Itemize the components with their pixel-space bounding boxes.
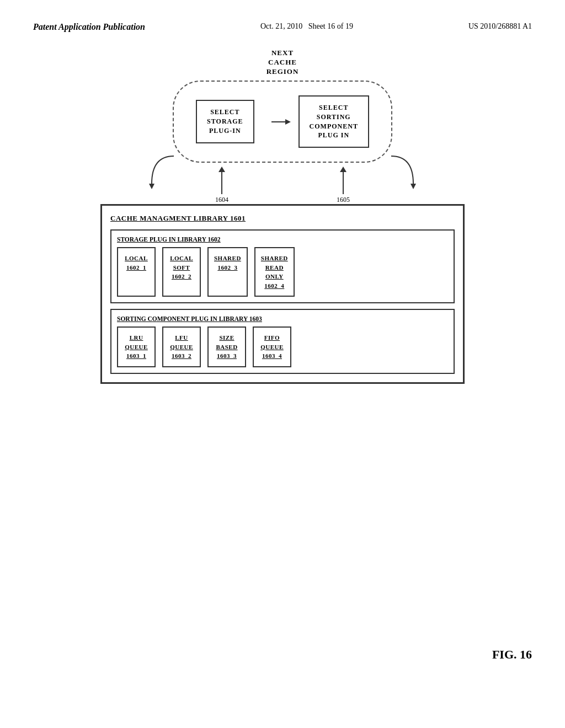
arrowhead-1605	[340, 167, 347, 172]
vline-1604	[221, 172, 222, 194]
patent-page: Patent Application Publication Oct. 21, …	[0, 0, 565, 728]
horiz-arrow-svg	[271, 116, 294, 127]
diagram-area: NEXTCACHEREGION SELECTSTORAGEPLUG-IN	[33, 49, 532, 384]
sorting-plugin-lru-1: LRUQUEUE1603_1	[117, 326, 156, 367]
arrowhead-1604	[218, 167, 225, 172]
main-library-label: CACHE MANAGMENT LIBRARY 1601	[110, 214, 455, 223]
main-library-box: CACHE MANAGMENT LIBRARY 1601 STORAGE PLU…	[100, 204, 465, 384]
page-header: Patent Application Publication Oct. 21, …	[33, 22, 532, 32]
sorting-plugin-lfu-2: LFUQUEUE1603_2	[162, 326, 201, 367]
vline-1605	[343, 172, 344, 194]
patent-number: US 2010/268881 A1	[468, 22, 532, 31]
sorting-plugin-fifo-4: FIFOQUEUE1603_4	[253, 326, 291, 367]
select-sorting-component-plugin-box: SELECTSORTINGCOMPONENTPLUG IN	[299, 95, 369, 148]
storage-plugin-shared-readonly-4: SHAREDREADONLY1602_4	[254, 247, 295, 297]
arrow-labels-row: 1604 1605	[100, 163, 465, 204]
storage-plugin-local-1: LOCAL1602_1	[117, 247, 156, 297]
header-date: Oct. 21, 2010	[260, 22, 302, 30]
label-1605: 1605	[337, 196, 350, 204]
storage-section-label: STORAGE PLUG IN LIBRARY 1602	[117, 236, 448, 243]
storage-plugin-section: STORAGE PLUG IN LIBRARY 1602 LOCAL1602_1…	[110, 229, 455, 303]
header-center: Oct. 21, 2010 Sheet 16 of 19	[260, 22, 353, 31]
arrow-1604: 1604	[215, 167, 228, 204]
storage-plugins-row: LOCAL1602_1 LOCALSOFT1602_2 SHARED1602_3…	[117, 247, 448, 297]
sorting-plugin-section: SORTING COMPONENT PLUG IN LIBRARY 1603 L…	[110, 309, 455, 374]
svg-marker-2	[285, 119, 291, 125]
arrow-1605: 1605	[337, 167, 350, 204]
sorting-plugin-size-3: SIZEBASED1603_3	[207, 326, 246, 367]
label-1604: 1604	[215, 196, 228, 204]
publication-title: Patent Application Publication	[33, 22, 145, 32]
sorting-section-label: SORTING COMPONENT PLUG IN LIBRARY 1603	[117, 315, 448, 322]
storage-plugin-local-soft-2: LOCALSOFT1602_2	[162, 247, 201, 297]
next-cache-region-label: NEXTCACHEREGION	[266, 49, 299, 77]
sorting-plugins-row: LRUQUEUE1603_1 LFUQUEUE1603_2 SIZEBASED1…	[117, 326, 448, 367]
select-storage-plugin-box: SELECTSTORAGEPLUG-IN	[196, 100, 254, 143]
next-cache-region-box: SELECTSTORAGEPLUG-IN SELECTSORTINGCOMPON…	[173, 81, 392, 163]
figure-label: FIG. 16	[492, 647, 532, 662]
library-sections: STORAGE PLUG IN LIBRARY 1602 LOCAL1602_1…	[110, 229, 455, 374]
header-sheet: Sheet 16 of 19	[308, 22, 353, 30]
storage-plugin-shared-3: SHARED1602_3	[207, 247, 248, 297]
